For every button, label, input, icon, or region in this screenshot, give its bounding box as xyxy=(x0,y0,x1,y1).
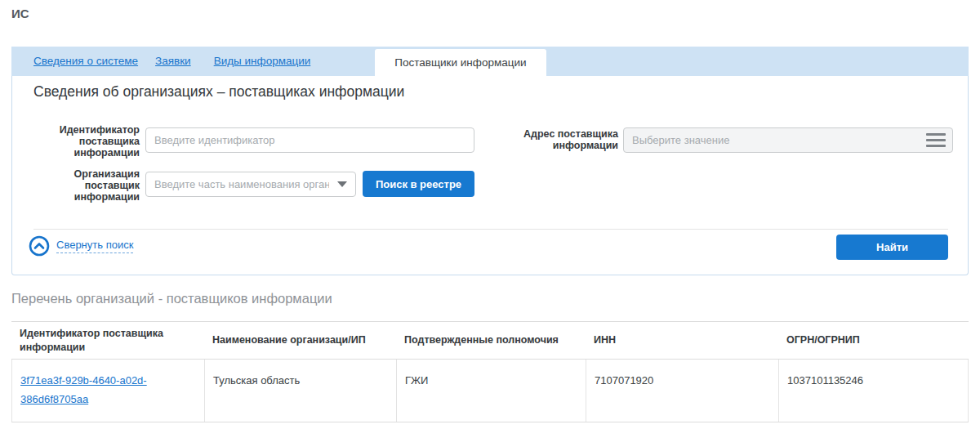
table-header-row: Идентификатор поставщика информации Наим… xyxy=(11,321,969,360)
provider-id-link[interactable]: 3f71ea3f-929b-4640-a02d-386d6f8705aa xyxy=(20,374,147,405)
column-header-inn: ИНН xyxy=(586,333,778,347)
organization-label: Организация поставщик информации xyxy=(42,168,140,203)
column-header-provider-id: Идентификатор поставщика информации xyxy=(11,327,204,355)
organization-combobox xyxy=(145,172,356,197)
provider-authority-cell: ГЖИ xyxy=(396,360,586,422)
search-panel: Сведения об организациях – поставщиках и… xyxy=(11,76,969,275)
chevron-down-icon[interactable] xyxy=(337,181,347,187)
address-label: Адрес поставщика информации xyxy=(512,128,618,151)
menu-icon[interactable] xyxy=(926,133,946,147)
table-row: 3f71ea3f-929b-4640-a02d-386d6f8705aa Тул… xyxy=(11,360,969,422)
tab-requests[interactable]: Заявки xyxy=(155,55,191,67)
find-button[interactable]: Найти xyxy=(836,235,948,260)
provider-inn-cell: 7107071920 xyxy=(586,360,778,422)
column-header-organization-name: Наименование организаци/ИП xyxy=(204,333,396,347)
tab-system-info[interactable]: Сведения о системе xyxy=(33,55,138,67)
provider-ogrn-cell: 1037101135246 xyxy=(778,360,969,422)
divider xyxy=(33,229,948,230)
tab-information-types[interactable]: Виды информации xyxy=(214,55,311,67)
column-header-confirmed-authority: Подтвержденные полномочия xyxy=(396,333,586,347)
address-field xyxy=(623,127,953,153)
collapse-search-label: Свернуть поиск xyxy=(56,239,133,253)
organization-input[interactable] xyxy=(145,172,356,197)
address-input[interactable] xyxy=(623,127,953,153)
chevron-up-circle-icon xyxy=(29,235,50,257)
search-panel-title: Сведения об организациях – поставщиках и… xyxy=(33,83,404,101)
collapse-search-link[interactable]: Свернуть поиск xyxy=(29,235,133,257)
provider-name-cell: Тульская область xyxy=(204,360,396,422)
tabs-bar: Сведения о системе Заявки Виды информаци… xyxy=(11,47,969,76)
tab-information-providers[interactable]: Поставщики информации xyxy=(375,49,546,76)
provider-id-cell: 3f71ea3f-929b-4640-a02d-386d6f8705aa xyxy=(11,360,204,422)
column-header-ogrn: ОГРН/ОГРНИП xyxy=(778,333,969,347)
providers-table: Идентификатор поставщика информации Наим… xyxy=(11,321,969,422)
identifier-input[interactable] xyxy=(145,127,474,153)
registry-search-button[interactable]: Поиск в реестре xyxy=(363,171,474,197)
identifier-label: Идентификатор поставщика инфорамции xyxy=(42,124,140,159)
page-title: ИС xyxy=(11,7,29,20)
results-title: Перечень организаций - поставщиков инфор… xyxy=(11,291,332,306)
